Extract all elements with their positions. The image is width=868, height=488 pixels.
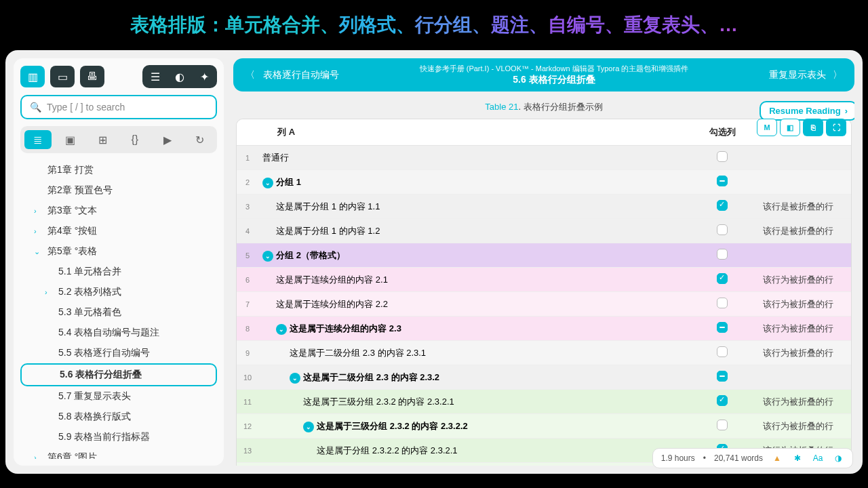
- data-table: 列 A 勾选列 1普通行2⌄分组 13这是属于分组 1 的内容 1.1该行是被折…: [237, 119, 851, 466]
- row-text: ⌄这是属于连续分组的内容 2.3: [258, 317, 688, 341]
- back-icon[interactable]: 〈: [245, 69, 255, 81]
- row-text: 这是属于二级分组 2.3 的内容 2.3.1: [258, 341, 688, 365]
- checkbox[interactable]: [717, 395, 728, 406]
- toc-item[interactable]: 5.6 表格行分组折叠: [20, 363, 217, 386]
- toc-item[interactable]: 5.3 单元格着色: [20, 302, 217, 323]
- search-icon: 🔍: [30, 102, 41, 113]
- checkbox[interactable]: [717, 420, 728, 430]
- toc-item[interactable]: ›第3章 °文本: [20, 201, 217, 221]
- tool-img-icon[interactable]: ◧: [780, 119, 800, 136]
- row-note: 该行为被折叠的行: [756, 341, 851, 365]
- checkbox[interactable]: [717, 371, 728, 382]
- toc-item[interactable]: 5.8 表格换行版式: [20, 407, 217, 427]
- column-header-a: 列 A: [258, 119, 688, 146]
- table-row: 1普通行: [237, 146, 851, 170]
- row-note: 该行是被折叠的行: [756, 195, 851, 219]
- row-note: 该行为被折叠的行: [756, 292, 851, 317]
- row-text: ⌄分组 1: [258, 170, 688, 195]
- table-row: 11这是属于三级分组 2.3.2 的内容 2.3.2.1该行为被折叠的行: [237, 390, 851, 414]
- row-number: 3: [237, 195, 258, 219]
- resume-reading-button[interactable]: Resume Reading›: [760, 101, 854, 121]
- table-row: 6这是属于连续分组的内容 2.1该行为被折叠的行: [237, 268, 851, 292]
- row-text: 这是属于三级分组 2.3.2 的内容 2.3.2.1: [258, 390, 688, 414]
- filter-media-icon[interactable]: ▶: [154, 130, 181, 149]
- toc-item[interactable]: 5.1 单元格合并: [20, 262, 217, 282]
- doc-title: 5.6 表格行分组折叠: [339, 74, 769, 86]
- theme-icon[interactable]: ◑: [832, 452, 844, 464]
- toc-item[interactable]: ⌄第5章 °表格: [20, 241, 217, 262]
- toc-item[interactable]: ›第6章 °图片: [20, 447, 217, 459]
- checkbox[interactable]: [717, 200, 728, 211]
- tool-md-icon[interactable]: M: [757, 119, 777, 136]
- tool-expand-icon[interactable]: ⛶: [826, 119, 846, 136]
- row-note: 该行为被折叠的行: [756, 414, 851, 439]
- toc-item[interactable]: 第2章 预置色号: [20, 180, 217, 201]
- row-number: 9: [237, 341, 258, 365]
- archive-button[interactable]: ▭: [50, 66, 75, 87]
- checkbox[interactable]: [717, 176, 728, 186]
- filter-tabs: ≣ ▣ ⊞ {} ▶ ↻: [20, 126, 217, 153]
- filter-table-icon[interactable]: ⊞: [89, 130, 116, 149]
- row-text: ⌄分组 2（带格式）: [258, 243, 688, 268]
- checkbox[interactable]: [717, 224, 728, 235]
- row-text: 这是属于分组 1 的内容 1.2: [258, 219, 688, 243]
- warning-icon[interactable]: ▲: [771, 452, 783, 464]
- row-text: 这是属于分组 1 的内容 1.1: [258, 195, 688, 219]
- expand-icon[interactable]: ⌄: [262, 251, 273, 262]
- row-number: 5: [237, 243, 258, 268]
- row-text: 这是属于分组 2.3.2.2 的内容 2.3.2.1: [258, 439, 688, 463]
- row-note: [756, 365, 851, 390]
- font-icon[interactable]: Aa: [812, 452, 824, 464]
- expand-icon[interactable]: ⌄: [262, 178, 273, 188]
- checkbox[interactable]: [717, 346, 728, 357]
- checkbox[interactable]: [717, 249, 728, 260]
- row-text: 这是属于连续分组的内容 2.2: [258, 292, 688, 317]
- sidebar: ▥ ▭ 🖶 ☰ ◐ ✦ 🔍 Type [ / ] to search ≣ ▣ ⊞…: [14, 58, 224, 466]
- toc-item[interactable]: ›5.2 表格列格式: [20, 282, 217, 302]
- row-note: [756, 146, 851, 170]
- row-note: 该行为被折叠的行: [756, 317, 851, 341]
- table-row: 7这是属于连续分组的内容 2.2该行为被折叠的行: [237, 292, 851, 317]
- row-note: [756, 170, 851, 195]
- prev-section-link[interactable]: 表格逐行自动编号: [263, 69, 339, 81]
- list-icon[interactable]: ☰: [145, 68, 165, 85]
- next-section-link[interactable]: 重复显示表头: [769, 69, 826, 81]
- expand-icon[interactable]: ⌄: [303, 422, 314, 432]
- expand-icon[interactable]: ⌄: [290, 373, 300, 384]
- table-row: 3这是属于分组 1 的内容 1.1该行是被折叠的行: [237, 195, 851, 219]
- row-number: 13: [237, 439, 258, 463]
- toc-item[interactable]: 5.7 重复显示表头: [20, 386, 217, 407]
- toc-item[interactable]: ›第4章 °按钮: [20, 221, 217, 241]
- contrast-icon[interactable]: ◐: [170, 68, 190, 85]
- row-text: ⌄这是属于三级分组 2.3.2 的内容 2.3.2.2: [258, 414, 688, 439]
- expand-icon[interactable]: ⌄: [276, 324, 287, 335]
- magic-icon[interactable]: ✦: [194, 68, 214, 85]
- tool-copy-icon[interactable]: ⎘: [803, 119, 823, 136]
- nav-map-button[interactable]: ▥: [20, 66, 45, 87]
- toc-item[interactable]: 5.5 表格逐行自动编号: [20, 343, 217, 363]
- toc-item[interactable]: 5.9 表格当前行指标器: [20, 427, 217, 447]
- filter-code-icon[interactable]: {}: [121, 130, 149, 149]
- row-number: 4: [237, 219, 258, 243]
- doc-subtitle: 快速参考手册 (Part.I) - VLOOK™ - Markdown 编辑器 …: [339, 64, 769, 74]
- toc: 第1章 打赏第2章 预置色号›第3章 °文本›第4章 °按钮⌄第5章 °表格5.…: [20, 160, 217, 459]
- search-input[interactable]: 🔍 Type [ / ] to search: [20, 95, 217, 119]
- forward-icon[interactable]: 〉: [833, 69, 842, 81]
- filter-image-icon[interactable]: ▣: [57, 130, 84, 149]
- filter-history-icon[interactable]: ↻: [186, 130, 213, 149]
- print-button[interactable]: 🖶: [80, 66, 104, 87]
- table-row: 12⌄这是属于三级分组 2.3.2 的内容 2.3.2.2该行为被折叠的行: [237, 414, 851, 439]
- network-icon[interactable]: ✱: [791, 452, 804, 464]
- toc-item[interactable]: 第1章 打赏: [20, 160, 217, 180]
- row-note: 该行为被折叠的行: [756, 268, 851, 292]
- checkbox[interactable]: [717, 298, 728, 308]
- column-header-check: 勾选列: [688, 119, 756, 146]
- row-number: 2: [237, 170, 258, 195]
- checkbox[interactable]: [717, 322, 728, 333]
- toc-item[interactable]: 5.4 表格自动编号与题注: [20, 323, 217, 343]
- table-float-toolbar: M ◧ ⎘ ⛶: [757, 119, 846, 136]
- row-note: 该行为被折叠的行: [756, 390, 851, 414]
- filter-list-icon[interactable]: ≣: [24, 130, 52, 149]
- checkbox[interactable]: [717, 273, 728, 284]
- checkbox[interactable]: [717, 151, 728, 162]
